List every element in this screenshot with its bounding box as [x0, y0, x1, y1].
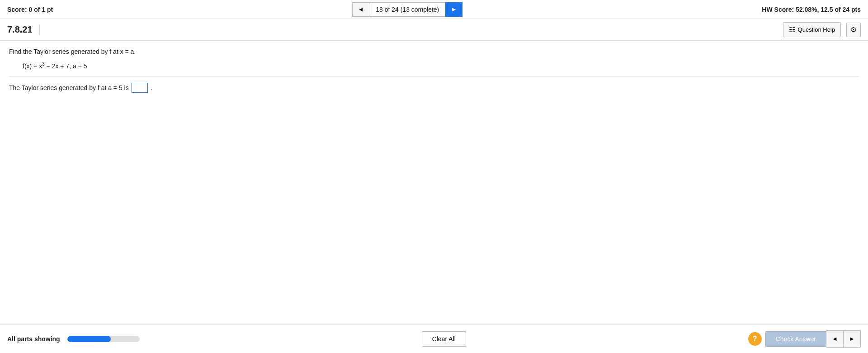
bottom-prev-button[interactable]: ◄ [826, 330, 844, 348]
gear-icon: ⚙ [850, 25, 857, 34]
clear-all-button[interactable]: Clear All [422, 331, 466, 347]
question-number: 7.8.21 [7, 24, 40, 35]
equation-suffix: − 2x + 7, a = 5 [45, 62, 87, 70]
settings-button[interactable]: ⚙ [846, 23, 861, 37]
answer-line: The Taylor series generated by f at a = … [9, 83, 859, 93]
problem-equation: f(x) = x3 − 2x + 7, a = 5 [23, 62, 859, 70]
question-header: 7.8.21 ☷ Question Help ⚙ [0, 19, 868, 41]
bottom-next-button[interactable]: ► [844, 330, 861, 348]
main-body: 7.8.21 ☷ Question Help ⚙ Find the Taylor… [0, 19, 868, 353]
progress-navigation: ◄ 18 of 24 (13 complete) ► [352, 2, 462, 17]
all-parts-label: All parts showing [7, 335, 60, 343]
score-value: 0 of 1 pt [28, 6, 53, 13]
bottom-center: Clear All [422, 331, 466, 347]
answer-prefix: The Taylor series generated by f at a = … [9, 84, 129, 91]
progress-bar-outer [67, 336, 140, 342]
score-label: Score: [7, 6, 27, 13]
equation-prefix: f(x) = x [23, 62, 42, 70]
progress-label: 18 of 24 (13 complete) [369, 2, 445, 17]
question-help-label: Question Help [798, 26, 835, 33]
prev-question-button[interactable]: ◄ [352, 2, 369, 17]
list-icon: ☷ [789, 25, 795, 34]
problem-instruction: Find the Taylor series generated by f at… [9, 48, 859, 55]
hw-score-label: HW Score: [762, 6, 794, 13]
progress-bar-inner [67, 336, 111, 342]
content-area: Find the Taylor series generated by f at… [0, 41, 868, 353]
check-answer-button[interactable]: Check Answer [765, 331, 826, 347]
next-question-button[interactable]: ► [445, 2, 462, 17]
answer-suffix: . [151, 84, 152, 91]
divider [9, 76, 859, 76]
top-bar: Score: 0 of 1 pt ◄ 18 of 24 (13 complete… [0, 0, 868, 19]
help-circle-button[interactable]: ? [748, 332, 762, 346]
bottom-left: All parts showing [7, 335, 140, 343]
question-header-right: ☷ Question Help ⚙ [783, 22, 861, 37]
hw-score-display: HW Score: 52.08%, 12.5 of 24 pts [762, 6, 861, 13]
bottom-bar: All parts showing Clear All ? Check Answ… [0, 324, 868, 353]
question-help-button[interactable]: ☷ Question Help [783, 22, 841, 37]
answer-input-box[interactable] [132, 83, 148, 93]
bottom-right: ? Check Answer ◄ ► [748, 330, 861, 348]
hw-score-value: 52.08%, 12.5 of 24 pts [796, 6, 861, 13]
score-display: Score: 0 of 1 pt [7, 6, 53, 13]
